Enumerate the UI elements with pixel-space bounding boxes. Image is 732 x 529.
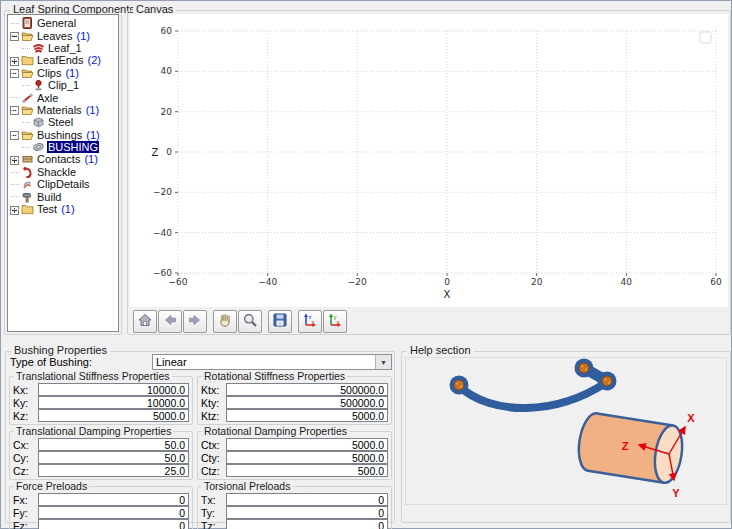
plot-toolbar: zxyx	[133, 310, 348, 333]
tree-item-clips[interactable]: Clips(1)	[8, 67, 118, 79]
x-tick-label: 40	[621, 277, 633, 287]
field-label-cz: Cz:	[13, 465, 38, 477]
y-axis-label: Y	[672, 487, 680, 499]
tree-item-materials[interactable]: Materials(1)	[8, 104, 118, 116]
tree-item-steel[interactable]: Steel	[8, 116, 118, 128]
field-label-ky: Ky:	[13, 397, 38, 409]
axes-zx-icon: zx	[302, 312, 318, 332]
plot-xlabel: X	[444, 289, 451, 300]
field-label-ctx: Ctx:	[201, 439, 226, 451]
tree-item-label: BUSHING	[47, 141, 99, 153]
component-tree[interactable]: GeneralLeaves(1)Leaf_1LeafEnds(2)Clips(1…	[7, 14, 119, 332]
field-input-ky[interactable]	[38, 396, 189, 409]
field-input-ctx[interactable]	[226, 438, 388, 451]
type-of-bushing-label: Type of Bushing:	[10, 356, 152, 368]
field-label-kty: Kty:	[201, 397, 226, 409]
clipdetails-icon	[21, 178, 34, 190]
tree-item-label: Axle	[36, 92, 59, 104]
tree-item-contacts[interactable]: Contacts(1)	[8, 153, 118, 165]
shackle-icon	[21, 166, 34, 178]
back-button[interactable]	[158, 310, 182, 333]
tree-item-bushing[interactable]: BUSHING	[8, 141, 118, 153]
field-input-ty[interactable]	[226, 506, 388, 519]
group-force-preloads: Force PreloadsFx:Fy:Fz:	[9, 486, 193, 529]
view-zx-button[interactable]: zx	[298, 310, 322, 333]
field-label-tx: Tx:	[201, 494, 226, 506]
field-input-tx[interactable]	[226, 493, 388, 506]
type-of-bushing-select[interactable]: Linear ▼	[152, 354, 392, 370]
home-button[interactable]	[133, 310, 157, 333]
field-label-fy: Fy:	[13, 507, 38, 519]
bushing-eye-top-right	[575, 359, 594, 378]
y-tick-label: 40	[161, 66, 173, 76]
field-label-kx: Kx:	[13, 384, 38, 396]
pan-button[interactable]	[213, 310, 237, 333]
view-yx-button[interactable]: yx	[323, 310, 347, 333]
field-input-cy[interactable]	[38, 451, 189, 464]
plot-ylabel: Z	[152, 147, 159, 158]
tree-item-clipdetails[interactable]: ClipDetails	[8, 178, 118, 190]
field-row: Tx:	[201, 493, 388, 506]
folder-open-icon	[21, 104, 34, 116]
field-input-cz[interactable]	[38, 464, 189, 477]
canvas-plot[interactable]: −60−40−200204060−60−40−200204060XZ	[130, 14, 728, 307]
bushing-icon	[32, 141, 45, 153]
group-rotational-stiffness-properties: Rotational Stiffness PropertiesKtx:Kty:K…	[197, 376, 392, 425]
field-input-cx[interactable]	[38, 438, 189, 451]
tree-item-clip_1[interactable]: Clip_1	[8, 79, 118, 91]
group-title: Translational Damping Properties	[14, 425, 173, 437]
tree-item-count: (1)	[76, 30, 89, 42]
group-translational-damping-properties: Translational Damping PropertiesCx:Cy:Cz…	[9, 431, 193, 480]
help-section-panel: Help section	[401, 351, 731, 523]
field-input-fx[interactable]	[38, 493, 189, 506]
tree-item-leaves[interactable]: Leaves(1)	[8, 29, 118, 41]
field-row: Fx:	[13, 493, 189, 506]
chevron-down-icon[interactable]: ▼	[375, 355, 391, 369]
tree-item-shackle[interactable]: Shackle	[8, 166, 118, 178]
tree-item-general[interactable]: General	[8, 17, 118, 29]
field-input-fy[interactable]	[38, 506, 189, 519]
field-row: Kx:	[13, 383, 189, 396]
field-input-ctz[interactable]	[226, 464, 388, 477]
field-input-cty[interactable]	[226, 451, 388, 464]
field-input-fz[interactable]	[38, 519, 189, 529]
tree-item-leafends[interactable]: LeafEnds(2)	[8, 54, 118, 66]
bushing-eye-lower-right	[598, 372, 617, 391]
zoom-button[interactable]	[238, 310, 262, 333]
contacts-icon	[21, 153, 34, 165]
field-input-ktx[interactable]	[226, 383, 388, 396]
field-input-ktz[interactable]	[226, 409, 388, 422]
tree-item-bushings[interactable]: Bushings(1)	[8, 129, 118, 141]
leaf-spring-curve	[459, 382, 607, 408]
y-tick-label: 0	[166, 147, 172, 157]
tree-item-label: Clips	[36, 67, 62, 79]
tree-item-count: (1)	[65, 67, 78, 79]
field-input-kty[interactable]	[226, 396, 388, 409]
tree-item-build[interactable]: Build	[8, 190, 118, 202]
field-label-ktx: Ktx:	[201, 384, 226, 396]
x-tick-label: −60	[169, 277, 188, 287]
forward-button[interactable]	[183, 310, 207, 333]
group-title: Rotational Damping Properties	[202, 425, 349, 437]
tree-item-label: Leaves	[36, 30, 73, 42]
field-label-cx: Cx:	[13, 439, 38, 451]
field-row: Ctx:	[201, 438, 388, 451]
tree-item-test[interactable]: Test(1)	[8, 203, 118, 215]
field-input-tz[interactable]	[226, 519, 388, 529]
field-input-kx[interactable]	[38, 383, 189, 396]
steel-icon	[32, 116, 45, 128]
forward-arrow-icon	[187, 312, 203, 332]
field-input-kz[interactable]	[38, 409, 189, 422]
field-label-ty: Ty:	[201, 507, 226, 519]
tree-item-count: (1)	[84, 153, 97, 165]
field-row: Kty:	[201, 396, 388, 409]
save-button[interactable]	[268, 310, 292, 333]
tree-item-leaf_1[interactable]: Leaf_1	[8, 42, 118, 54]
tree-item-label: LeafEnds	[36, 54, 84, 66]
app-window: Leaf Spring Components GeneralLeaves(1)L…	[0, 0, 732, 529]
tree-item-axle[interactable]: Axle	[8, 91, 118, 103]
field-label-tz: Tz:	[201, 520, 226, 529]
bushing-property-groups: Translational Stiffness PropertiesKx:Ky:…	[9, 376, 392, 521]
z-axis-label: Z	[622, 440, 629, 452]
tree-item-count: (1)	[61, 203, 74, 215]
